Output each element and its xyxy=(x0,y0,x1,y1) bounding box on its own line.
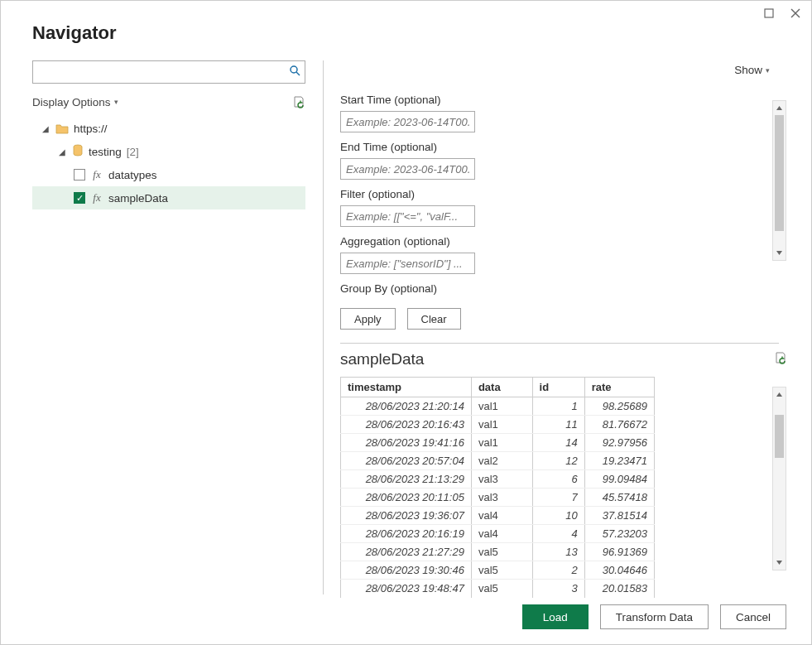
table-row[interactable]: 28/06/2023 21:27:29val51396.91369 xyxy=(341,543,655,561)
right-panel: Show ▾ Start Time (optional) End Time (o… xyxy=(324,60,795,594)
cell-data: val5 xyxy=(471,561,532,580)
display-options-button[interactable]: Display Options ▾ xyxy=(32,96,118,108)
transform-data-button[interactable]: Transform Data xyxy=(600,604,709,629)
folder-icon xyxy=(55,123,69,134)
close-icon[interactable] xyxy=(788,6,803,21)
cell-id: 14 xyxy=(532,434,584,452)
cell-rate: 99.09484 xyxy=(584,470,654,489)
preview-scrollbar[interactable] xyxy=(772,387,786,570)
search-box[interactable] xyxy=(32,60,305,84)
chevron-down-icon: ▾ xyxy=(114,98,118,106)
cell-id: 4 xyxy=(532,525,584,543)
cell-timestamp: 28/06/2023 20:11:05 xyxy=(341,489,472,507)
maximize-icon[interactable] xyxy=(762,6,776,21)
cell-rate: 20.01583 xyxy=(584,580,654,598)
cancel-button[interactable]: Cancel xyxy=(720,604,786,629)
navigation-tree: ◢ https:// ◢ testing [2] fx xyxy=(32,117,305,209)
refresh-icon[interactable] xyxy=(292,95,305,108)
search-input[interactable] xyxy=(33,61,285,83)
scroll-thumb[interactable] xyxy=(775,415,784,458)
scroll-thumb[interactable] xyxy=(775,115,784,231)
start-time-label: Start Time (optional) xyxy=(340,94,795,106)
end-time-input[interactable] xyxy=(340,158,475,180)
cell-id: 12 xyxy=(532,452,584,470)
checkbox-checked[interactable]: ✓ xyxy=(74,192,85,204)
scroll-down-icon[interactable] xyxy=(773,246,786,260)
cell-data: val4 xyxy=(471,507,532,525)
table-row[interactable]: 28/06/2023 20:11:05val3745.57418 xyxy=(341,489,655,507)
table-row[interactable]: 28/06/2023 19:48:47val5320.01583 xyxy=(341,580,655,598)
preview-table: timestamp data id rate 28/06/2023 21:20:… xyxy=(340,377,655,598)
cell-rate: 96.91369 xyxy=(584,543,654,561)
cell-id: 6 xyxy=(532,470,584,489)
cell-id: 13 xyxy=(532,543,584,561)
fx-icon: fx xyxy=(90,168,103,181)
col-header-id[interactable]: id xyxy=(532,378,584,397)
col-header-timestamp[interactable]: timestamp xyxy=(341,378,472,397)
cell-rate: 45.57418 xyxy=(584,489,654,507)
tree-label: https:// xyxy=(74,123,108,135)
filter-input[interactable] xyxy=(340,205,475,227)
table-row[interactable]: 28/06/2023 19:30:46val5230.04646 xyxy=(341,561,655,580)
table-row[interactable]: 28/06/2023 19:36:07val41037.81514 xyxy=(341,507,655,525)
preview-title: sampleData xyxy=(340,350,424,368)
tree-label: testing xyxy=(89,146,122,158)
groupby-label: Group By (optional) xyxy=(340,282,795,295)
load-button[interactable]: Load xyxy=(522,604,589,629)
scroll-down-icon[interactable] xyxy=(773,556,786,570)
table-row[interactable]: 28/06/2023 20:16:43val11181.76672 xyxy=(341,416,655,434)
cell-timestamp: 28/06/2023 21:20:14 xyxy=(341,397,472,416)
display-options-label: Display Options xyxy=(32,96,111,108)
cell-id: 10 xyxy=(532,507,584,525)
cell-rate: 37.81514 xyxy=(584,507,654,525)
apply-button[interactable]: Apply xyxy=(340,308,396,330)
svg-line-4 xyxy=(296,72,300,75)
scroll-up-icon[interactable] xyxy=(773,387,786,402)
cell-id: 2 xyxy=(532,561,584,580)
cell-id: 3 xyxy=(532,580,584,598)
params-scrollbar[interactable] xyxy=(772,100,786,261)
search-icon[interactable] xyxy=(285,65,305,79)
cell-id: 11 xyxy=(532,416,584,434)
col-header-data[interactable]: data xyxy=(471,378,532,397)
section-divider xyxy=(340,343,779,344)
fx-icon: fx xyxy=(90,191,103,205)
start-time-input[interactable] xyxy=(340,111,475,132)
parameter-form: Start Time (optional) End Time (optional… xyxy=(340,90,795,330)
cell-timestamp: 28/06/2023 19:48:47 xyxy=(341,580,472,598)
cell-timestamp: 28/06/2023 21:13:29 xyxy=(341,470,472,489)
table-row[interactable]: 28/06/2023 19:41:16val11492.97956 xyxy=(341,434,655,452)
cell-timestamp: 28/06/2023 20:57:04 xyxy=(341,452,472,470)
cell-timestamp: 28/06/2023 20:16:43 xyxy=(341,416,472,434)
aggregation-input[interactable] xyxy=(340,253,475,274)
cell-timestamp: 28/06/2023 19:41:16 xyxy=(341,434,472,452)
left-panel: Display Options ▾ ◢ htt xyxy=(32,60,318,594)
cell-data: val4 xyxy=(471,525,532,543)
collapse-icon[interactable]: ◢ xyxy=(57,147,67,156)
show-dropdown[interactable]: Show ▾ xyxy=(734,64,770,76)
tree-leaf-sampledata[interactable]: ✓ fx sampleData xyxy=(32,186,305,209)
table-row[interactable]: 28/06/2023 21:13:29val3699.09484 xyxy=(341,470,655,489)
svg-point-3 xyxy=(291,66,297,73)
cell-data: val2 xyxy=(471,452,532,470)
cell-timestamp: 28/06/2023 21:27:29 xyxy=(341,543,472,561)
table-row[interactable]: 28/06/2023 20:16:19val4457.23203 xyxy=(341,525,655,543)
cell-data: val3 xyxy=(471,489,532,507)
tree-node-root[interactable]: ◢ https:// xyxy=(32,117,305,140)
table-row[interactable]: 28/06/2023 21:20:14val1198.25689 xyxy=(341,397,655,416)
refresh-icon[interactable] xyxy=(774,351,787,368)
cell-data: val1 xyxy=(471,434,532,452)
table-row[interactable]: 28/06/2023 20:57:04val21219.23471 xyxy=(341,452,655,470)
tree-node-testing[interactable]: ◢ testing [2] xyxy=(32,140,305,163)
clear-button[interactable]: Clear xyxy=(407,308,461,330)
checkbox-unchecked[interactable] xyxy=(74,169,85,181)
tree-label: datatypes xyxy=(108,169,157,181)
collapse-icon[interactable]: ◢ xyxy=(41,124,50,133)
cell-rate: 92.97956 xyxy=(584,434,654,452)
cell-id: 1 xyxy=(532,397,584,416)
cell-data: val5 xyxy=(471,580,532,598)
col-header-rate[interactable]: rate xyxy=(584,378,654,397)
tree-label: sampleData xyxy=(108,192,168,205)
scroll-up-icon[interactable] xyxy=(773,101,786,115)
tree-leaf-datatypes[interactable]: fx datatypes xyxy=(32,163,305,186)
